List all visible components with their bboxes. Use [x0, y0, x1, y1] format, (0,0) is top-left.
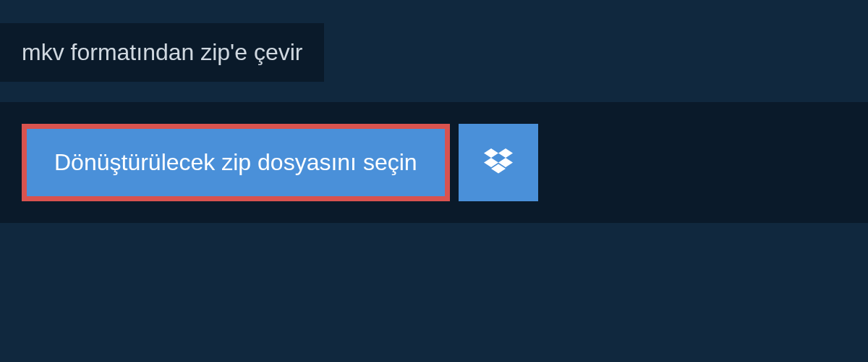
select-file-label: Dönüştürülecek zip dosyasını seçin [54, 149, 417, 176]
dropbox-icon [484, 148, 513, 177]
page-title-text: mkv formatından zip'e çevir [22, 39, 302, 65]
page-title: mkv formatından zip'e çevir [0, 23, 324, 82]
select-file-button[interactable]: Dönüştürülecek zip dosyasını seçin [22, 124, 450, 201]
dropbox-button[interactable] [459, 124, 538, 201]
button-row: Dönüştürülecek zip dosyasını seçin [22, 124, 846, 201]
main-panel: Dönüştürülecek zip dosyasını seçin [0, 102, 868, 223]
